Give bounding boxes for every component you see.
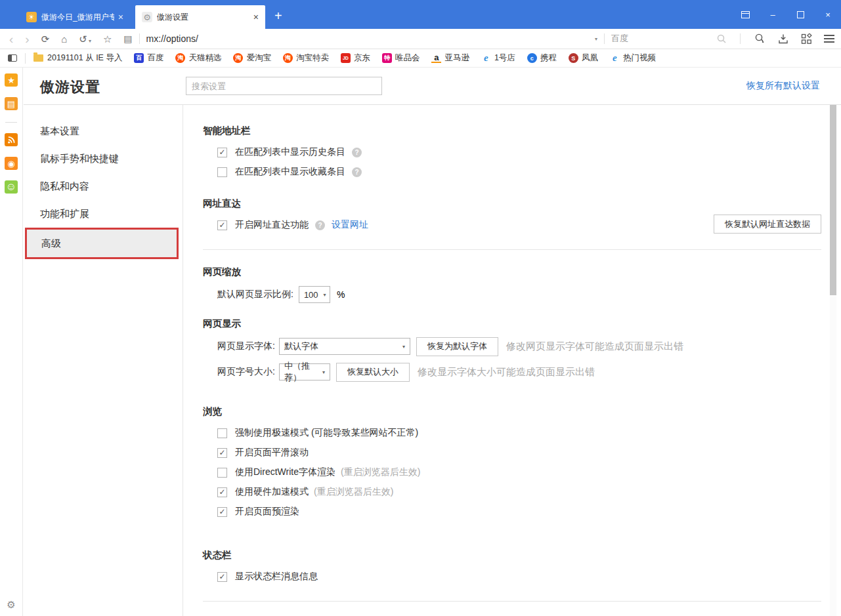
settings-gear-icon[interactable]: ⚙ — [7, 599, 15, 611]
home-icon[interactable]: ⌂ — [61, 34, 67, 44]
bookmark-label: 1号店 — [494, 52, 515, 64]
section-title-browsing: 浏览 — [203, 405, 821, 418]
checkbox-show-favorites[interactable] — [217, 167, 227, 177]
menu-item-advanced[interactable]: 高级 — [25, 228, 179, 259]
bookmark-amazon[interactable]: a亚马逊 — [431, 52, 469, 64]
new-tab-button[interactable]: + — [274, 9, 282, 24]
apps-grid-icon[interactable] — [801, 33, 812, 45]
back-icon[interactable]: ‹ — [9, 33, 13, 45]
favorite-star-icon[interactable]: ☆ — [103, 34, 112, 44]
search-input[interactable] — [186, 77, 382, 95]
zoom-select[interactable]: 100 ▾ — [299, 286, 330, 303]
font-size-warning-note: 修改显示字体大小可能造成页面显示出错 — [418, 366, 595, 379]
bookmark-tmall[interactable]: 淘天猫精选 — [175, 52, 221, 64]
rss-feed-icon[interactable] — [5, 133, 18, 146]
zoom-label: 默认网页显示比例: — [217, 289, 293, 300]
zoom-value: 100 — [304, 290, 318, 300]
favorites-star-icon[interactable]: ★ — [5, 73, 18, 87]
vip-icon: 特 — [382, 53, 392, 63]
bookmark-taobao-sale[interactable]: 淘淘宝特卖 — [283, 52, 329, 64]
bookmark-vip[interactable]: 特唯品会 — [382, 52, 420, 64]
close-button[interactable]: × — [823, 9, 833, 20]
restart-note: (重启浏览器后生效) — [341, 466, 420, 478]
font-size-select[interactable]: 中（推荐） ▾ — [279, 363, 330, 380]
smiley-icon[interactable]: ☺ — [5, 180, 18, 194]
bookmark-hot-video[interactable]: e热门视频 — [610, 52, 656, 64]
restore-url-direct-button[interactable]: 恢复默认网址直达数据 — [714, 215, 821, 234]
tab-title: 傲游设置 — [157, 12, 249, 23]
setting-label: 开启页面平滑滚动 — [235, 447, 309, 459]
checkbox-url-direct[interactable] — [217, 220, 227, 230]
search-engine-selector[interactable]: ▾ 百度 — [595, 33, 716, 45]
bookmark-label: 唯品会 — [395, 52, 420, 64]
checkbox-prerender[interactable] — [217, 507, 227, 517]
setting-label: 在匹配列表中显示历史条目 — [235, 146, 345, 158]
bookmark-aitaobao[interactable]: 淘爱淘宝 — [233, 52, 271, 64]
checkbox-force-ultra-mode[interactable] — [217, 428, 227, 438]
help-icon[interactable]: ? — [352, 148, 362, 157]
restore-all-defaults-link[interactable]: 恢复所有默认设置 — [746, 80, 820, 92]
bookmark-label: 20191101 从 IE 导入 — [47, 52, 122, 64]
tab-maxthon-today[interactable]: ☀ 傲游今日_傲游用户专属的网 × — [20, 5, 130, 29]
checkbox-hardware-acceleration[interactable] — [217, 487, 227, 497]
forward-icon[interactable]: › — [25, 33, 29, 45]
menu-item-basic[interactable]: 基本设置 — [24, 117, 183, 145]
bookmark-folder[interactable]: 20191101 从 IE 导入 — [33, 52, 122, 64]
bookmark-label: 亚马逊 — [444, 52, 469, 64]
tab-title: 傲游今日_傲游用户专属的网 — [41, 12, 114, 23]
tab-close-icon[interactable]: × — [253, 12, 259, 22]
font-select[interactable]: 默认字体 ▾ — [279, 338, 410, 355]
setting-row: 强制使用极速模式 (可能导致某些网站不正常) — [217, 423, 821, 443]
setting-label: 使用DirectWrite字体渲染 — [235, 466, 335, 478]
menu-item-features[interactable]: 功能和扩展 — [24, 200, 183, 228]
bookmark-baidu[interactable]: 百百度 — [134, 52, 163, 64]
checkbox-directwrite[interactable] — [217, 468, 227, 478]
menu-item-privacy[interactable]: 隐私和内容 — [24, 173, 183, 200]
checkbox-smooth-scroll[interactable] — [217, 448, 227, 458]
bookmark-ifeng[interactable]: S凤凰 — [569, 52, 598, 64]
phoenix-icon: S — [569, 53, 578, 63]
setting-label: 使用硬件加速模式 — [235, 486, 309, 498]
undo-dropdown[interactable]: ↺ ▾ — [79, 34, 91, 44]
tab-close-icon[interactable]: × — [118, 12, 123, 22]
snap-screen-icon[interactable] — [754, 33, 766, 45]
divider — [203, 601, 821, 602]
weibo-icon[interactable]: ◉ — [5, 157, 18, 170]
url-text[interactable]: mx://options/ — [146, 33, 595, 44]
menu-item-gestures[interactable]: 鼠标手势和快捷键 — [24, 145, 183, 173]
folder-icon — [33, 54, 43, 62]
scrollbar-track[interactable] — [830, 105, 836, 616]
refresh-icon[interactable]: ⟳ — [41, 34, 50, 44]
snap-note-icon[interactable]: ▤ — [123, 33, 132, 44]
checkbox-statusbar-messages[interactable] — [217, 572, 227, 582]
menu-icon[interactable] — [824, 35, 834, 43]
setting-row: 使用硬件加速模式 (重启浏览器后生效) — [217, 482, 821, 502]
restore-font-size-button[interactable]: 恢复默认大小 — [336, 363, 410, 382]
bookmark-label: 百度 — [147, 52, 163, 64]
bookmark-ctrip[interactable]: c携程 — [527, 52, 557, 64]
download-icon[interactable] — [777, 33, 789, 45]
bookmark-yhd[interactable]: e1号店 — [481, 52, 515, 64]
bookmark-label: 凤凰 — [582, 52, 598, 64]
note-icon[interactable]: ▤ — [5, 97, 18, 110]
minimize-button[interactable]: – — [767, 9, 778, 20]
gear-icon: ⚙ — [142, 12, 152, 22]
checkbox-show-history[interactable] — [217, 148, 227, 157]
configure-urls-link[interactable]: 设置网址 — [332, 219, 368, 231]
setting-row: 开启网址直达功能 ? 设置网址 恢复默认网址直达数据 — [217, 215, 821, 235]
font-label: 网页显示字体: — [217, 340, 275, 352]
panel-view-icon[interactable] — [740, 9, 750, 20]
setting-row: 开启页面平滑滚动 — [217, 443, 821, 462]
scrollbar-thumb[interactable] — [830, 105, 836, 295]
setting-label: 在匹配列表中显示收藏条目 — [235, 166, 345, 178]
bookmark-jd[interactable]: JD京东 — [341, 52, 370, 64]
maximize-button[interactable] — [795, 9, 806, 20]
main-area: ★ ▤ ◉ ☺ ⚙ 傲游设置 恢复所有默认设置 基本设置 鼠标手势和快捷键 隐私… — [0, 68, 841, 616]
tab-settings[interactable]: ⚙ 傲游设置 × — [135, 5, 265, 29]
sidebar-toggle-icon[interactable] — [8, 54, 17, 62]
help-icon[interactable]: ? — [352, 167, 362, 177]
help-icon[interactable]: ? — [315, 220, 325, 230]
section-title-statusbar: 状态栏 — [203, 549, 821, 562]
restore-font-button[interactable]: 恢复为默认字体 — [416, 337, 498, 356]
search-icon[interactable] — [716, 33, 727, 44]
